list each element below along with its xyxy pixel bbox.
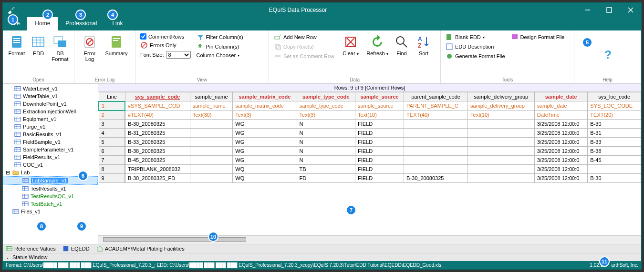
cell[interactable]: 3/25/2008 12:00:0	[534, 120, 588, 129]
data-grid[interactable]: Linesys_sample_codesample_namesample_mat…	[98, 92, 641, 235]
cell[interactable]	[404, 165, 468, 174]
cell[interactable]	[468, 129, 535, 138]
tree-item[interactable]: ExtractionInjectionWell	[3, 108, 98, 115]
edd-button[interactable]: EDD	[30, 32, 47, 58]
cell[interactable]: WG	[233, 147, 297, 156]
set-comment-row-button[interactable]: Set as Comment Row	[274, 52, 334, 60]
column-header[interactable]: sample_source	[355, 92, 404, 101]
cell[interactable]: SYS_LOC_CODE	[588, 101, 641, 111]
tree-item[interactable]: DownholePoint_v1	[3, 100, 98, 108]
tree-item[interactable]: FieldSample_v1	[3, 138, 98, 146]
column-header[interactable]: Line	[99, 92, 125, 101]
comment-rows-check[interactable]: CommentRows	[140, 33, 191, 40]
cell[interactable]: 3/25/2008 12:00:0	[534, 129, 588, 138]
cell[interactable]	[404, 147, 468, 156]
column-header[interactable]: sample_name	[190, 92, 233, 101]
tab-link[interactable]: Link	[104, 17, 130, 30]
cell[interactable]: TRIPBLANK_2008032	[125, 165, 190, 174]
cell[interactable]: Text(3)	[297, 111, 355, 120]
tree-item[interactable]: COC_v1	[3, 161, 98, 169]
cell[interactable]	[588, 165, 641, 174]
cell[interactable]: FIELD	[355, 138, 404, 147]
cell[interactable]	[404, 156, 468, 165]
tree-item-files[interactable]: Files_v1	[3, 208, 98, 215]
cell[interactable]: FIELD	[355, 156, 404, 165]
font-size-select[interactable]: 8	[166, 51, 191, 59]
cell[interactable]: sample_name	[190, 101, 233, 111]
cell[interactable]: B-38	[588, 147, 641, 156]
cell[interactable]: N	[297, 129, 355, 138]
add-new-row-button[interactable]: + Add New Row	[274, 33, 334, 41]
cell[interactable]: sample_matrix_code	[233, 101, 297, 111]
cell[interactable]	[404, 138, 468, 147]
status-window-bar[interactable]: ⌄ Status Window	[3, 253, 641, 261]
cell[interactable]: B-31_20080325	[125, 129, 190, 138]
cell[interactable]	[468, 156, 535, 165]
cell[interactable]: 3/25/2008 12:00:0	[534, 138, 588, 147]
tree-panel[interactable]: WaterLevel_v1WaterTable_v1DownholePoint_…	[3, 84, 98, 244]
tree-item[interactable]: TestBatch_v1	[3, 200, 98, 208]
row-number[interactable]: 7	[99, 156, 125, 165]
cell[interactable]: B-30_20080325_FD	[125, 174, 190, 183]
help-icon[interactable]: ?	[601, 48, 614, 61]
cell[interactable]	[190, 129, 233, 138]
cell[interactable]: FIELD	[355, 120, 404, 129]
errors-only-check[interactable]: Errors Only	[140, 41, 191, 49]
cell[interactable]	[190, 174, 233, 183]
cell[interactable]	[468, 147, 535, 156]
cell[interactable]: TEXT(40)	[404, 111, 468, 120]
cell[interactable]: WG	[233, 129, 297, 138]
cell[interactable]: WG	[233, 156, 297, 165]
academy-tab[interactable]: ACADEMY\Metal Plating Facilities	[96, 245, 185, 252]
db-format-button[interactable]: DBFormat	[49, 32, 71, 64]
cell[interactable]: PARENT_SAMPLE_C	[404, 101, 468, 111]
cell[interactable]: N	[297, 120, 355, 129]
row-number[interactable]: 6	[99, 147, 125, 156]
cell[interactable]: B-30_20080325	[125, 120, 190, 129]
cell[interactable]: N	[297, 147, 355, 156]
cell[interactable]	[404, 120, 468, 129]
cell[interactable]: B-33	[588, 138, 641, 147]
cell[interactable]: Text(3)	[233, 111, 297, 120]
sort-button[interactable]: AZ Sort	[414, 32, 434, 58]
column-header[interactable]: parent_sample_code	[404, 92, 468, 101]
row-number[interactable]: 9	[99, 174, 125, 183]
cell[interactable]: B-45	[588, 156, 641, 165]
cell[interactable]: Text(30)	[190, 111, 233, 120]
cell[interactable]: WQ	[233, 174, 297, 183]
summary-button[interactable]: Summary	[104, 32, 129, 58]
column-header[interactable]: sample_date	[534, 92, 588, 101]
cell[interactable]	[404, 129, 468, 138]
cell[interactable]	[190, 147, 233, 156]
error-log-button[interactable]: ErrorLog	[77, 32, 102, 64]
cell[interactable]: TB	[297, 165, 355, 174]
cell[interactable]: 3/25/2008 12:00:0	[534, 165, 588, 174]
cell[interactable]	[190, 165, 233, 174]
design-format-button[interactable]: Design Format File	[511, 33, 565, 41]
cell[interactable]: 3/25/2008 12:00:0	[534, 147, 588, 156]
cell[interactable]: FIELD	[355, 129, 404, 138]
column-header[interactable]: sys_loc_code	[588, 92, 641, 101]
row-number[interactable]: 4	[99, 129, 125, 138]
tree-item[interactable]: SampleParameter_v1	[3, 146, 98, 153]
cell[interactable]: FIELD	[355, 147, 404, 156]
column-header[interactable]: sample_matrix_code	[233, 92, 297, 101]
column-header[interactable]: sample_delivery_group	[468, 92, 535, 101]
minimize-button[interactable]	[577, 3, 598, 17]
eqedd-tab[interactable]: EQEDD	[62, 245, 90, 252]
cell[interactable]: Text(10)	[468, 111, 535, 120]
brush-icon[interactable]	[7, 6, 15, 14]
cell[interactable]: sample_type_code	[297, 101, 355, 111]
refresh-button[interactable]: Refresh ▾	[365, 32, 390, 59]
expand-icon[interactable]: ⌄	[6, 255, 10, 260]
cell[interactable]: 3/25/2008 12:00:0	[534, 156, 588, 165]
tree-item[interactable]: TestResults_v1	[3, 185, 98, 192]
tree-item[interactable]: FieldResults_v1	[3, 153, 98, 161]
cell[interactable]: WQ	[233, 165, 297, 174]
cell[interactable]: WG	[233, 120, 297, 129]
cell[interactable]: B-30	[588, 174, 641, 183]
tree-item[interactable]: Purge_v1	[3, 123, 98, 131]
cell[interactable]	[190, 156, 233, 165]
maximize-button[interactable]	[598, 3, 620, 17]
cell[interactable]	[190, 138, 233, 147]
